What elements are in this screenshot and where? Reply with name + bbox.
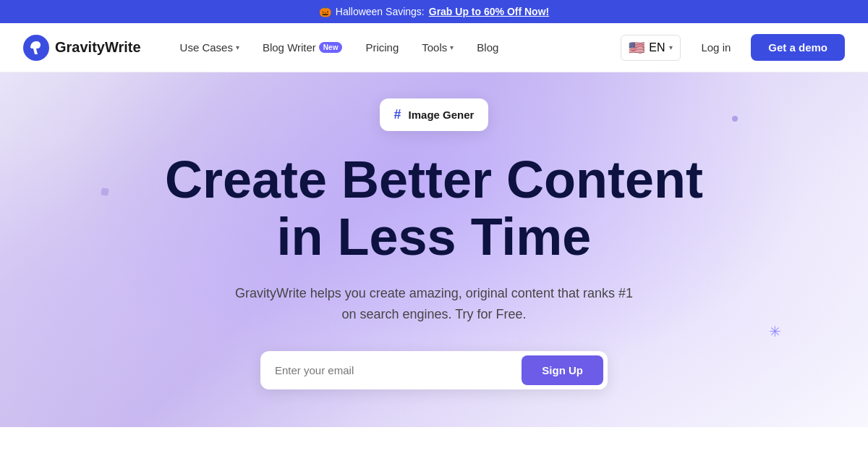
hero-section: ✳ # Image Gener Create Better Content in… [0, 72, 868, 427]
banner-emoji: 🎃 [319, 6, 331, 17]
deco-star: ✳ [769, 323, 781, 340]
navbar: GravityWrite Use Cases ▾ Blog Writer New… [0, 23, 868, 72]
nav-blog[interactable]: Blog [467, 35, 509, 59]
chevron-down-icon-tools: ▾ [450, 43, 454, 51]
get-demo-button[interactable]: Get a demo [751, 34, 845, 61]
nav-links: Use Cases ▾ Blog Writer New Pricing Tool… [170, 35, 621, 59]
nav-tools[interactable]: Tools ▾ [412, 35, 464, 59]
hero-title-line1: Create Better Content [165, 151, 703, 208]
nav-pricing[interactable]: Pricing [355, 35, 409, 59]
floating-card: # Image Gener [380, 98, 489, 131]
login-button[interactable]: Log in [689, 35, 742, 59]
language-selector[interactable]: 🇺🇸 EN ▾ [621, 35, 681, 61]
nav-blog-writer[interactable]: Blog Writer New [252, 35, 352, 59]
lang-label: EN [649, 41, 665, 54]
logo-icon [23, 35, 49, 61]
hero-subtitle: GravityWrite helps you create amazing, o… [231, 283, 637, 325]
logo[interactable]: GravityWrite [23, 35, 141, 61]
chevron-down-icon-lang: ▾ [669, 43, 673, 51]
deco-square [101, 187, 109, 196]
top-banner: 🎃 Halloween Savings: Grab Up to 60% Off … [0, 0, 868, 23]
hash-icon: # [394, 107, 401, 122]
email-form: Sign Up [260, 351, 608, 389]
hero-title-line2: in Less Time [277, 208, 592, 266]
chevron-down-icon: ▾ [236, 43, 239, 51]
banner-link[interactable]: Grab Up to 60% Off Now! [429, 6, 549, 17]
floating-card-text: Image Gener [409, 109, 475, 121]
signup-button[interactable]: Sign Up [522, 355, 603, 385]
deco-dot [732, 116, 738, 122]
new-badge: New [319, 42, 343, 53]
flag-icon: 🇺🇸 [629, 40, 644, 56]
logo-text: GravityWrite [55, 39, 141, 56]
email-input[interactable] [275, 364, 522, 376]
nav-use-cases[interactable]: Use Cases ▾ [170, 35, 250, 59]
hero-title: Create Better Content in Less Time [165, 151, 703, 266]
banner-text: Halloween Savings: [336, 6, 425, 17]
nav-right: 🇺🇸 EN ▾ Log in Get a demo [621, 34, 845, 61]
